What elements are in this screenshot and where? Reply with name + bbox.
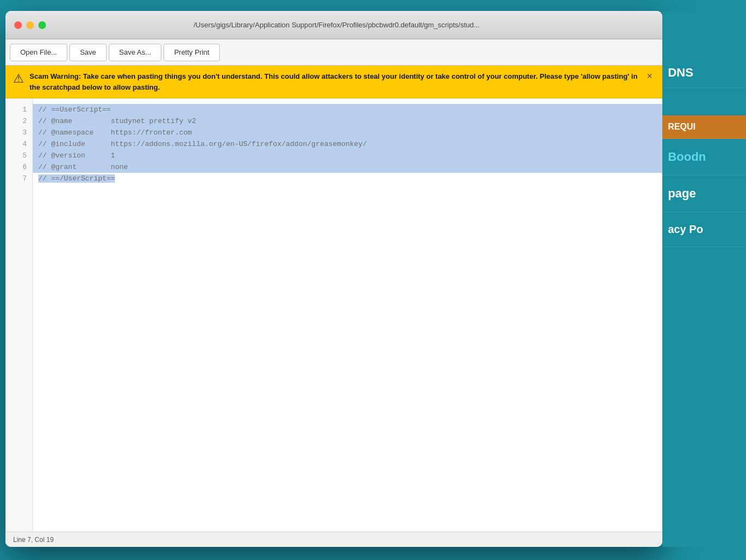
code-line-4: // @include https://addons.mozilla.org/e…: [33, 138, 662, 150]
close-button[interactable]: [14, 21, 22, 29]
line-num-3: 3: [5, 127, 32, 138]
warning-banner: ⚠ Scam Warning: Take care when pasting t…: [5, 66, 662, 98]
dns-label: DNS: [662, 11, 746, 88]
window-title: /Users/gigs/Library/Application Support/…: [53, 21, 621, 29]
warning-close-button[interactable]: ×: [645, 71, 655, 81]
open-file-button[interactable]: Open File...: [10, 44, 67, 61]
pretty-print-button[interactable]: Pretty Print: [164, 44, 219, 61]
line-num-2: 2: [5, 115, 32, 127]
toolbar: Open File... Save Save As... Pretty Prin…: [5, 39, 662, 66]
code-line-5: // @version 1: [33, 150, 662, 161]
line-num-4: 4: [5, 138, 32, 150]
code-line-3: // @namespace https://fronter.com: [33, 127, 662, 138]
code-line-2: // @name studynet prettify v2: [33, 115, 662, 127]
window-controls: [14, 21, 46, 29]
line-num-7: 7: [5, 173, 32, 184]
status-bar: Line 7, Col 19: [5, 532, 662, 547]
boodn-label[interactable]: Boodn: [662, 139, 746, 176]
code-line-7: // ==/UserScript==: [33, 173, 662, 184]
line-num-5: 5: [5, 150, 32, 161]
save-as-button[interactable]: Save As...: [109, 44, 162, 61]
warning-icon: ⚠: [13, 72, 24, 86]
minimize-button[interactable]: [26, 21, 34, 29]
code-content[interactable]: // ==UserScript== // @name studynet pret…: [33, 98, 662, 532]
maximize-button[interactable]: [38, 21, 46, 29]
code-line-1: // ==UserScript==: [33, 104, 662, 115]
editor-window: /Users/gigs/Library/Application Support/…: [5, 11, 662, 547]
code-line-6: // @grant none: [33, 161, 662, 173]
line-num-6: 6: [5, 161, 32, 173]
code-editor[interactable]: 1 2 3 4 5 6 7 // ==UserScript== // @name…: [5, 98, 662, 532]
cursor-position: Line 7, Col 19: [13, 536, 54, 544]
page-label[interactable]: page: [662, 176, 746, 212]
requi-label[interactable]: REQUI: [662, 115, 746, 139]
editor-container: 1 2 3 4 5 6 7 // ==UserScript== // @name…: [5, 98, 662, 532]
acy-label[interactable]: acy Po: [662, 212, 746, 247]
line-num-1: 1: [5, 104, 32, 115]
title-bar: /Users/gigs/Library/Application Support/…: [5, 11, 662, 39]
save-button[interactable]: Save: [69, 44, 107, 61]
warning-text: Scam Warning: Take care when pasting thi…: [30, 71, 639, 92]
side-panel: DNS REQUI Boodn page acy Po: [662, 11, 746, 547]
line-numbers: 1 2 3 4 5 6 7: [5, 98, 33, 532]
